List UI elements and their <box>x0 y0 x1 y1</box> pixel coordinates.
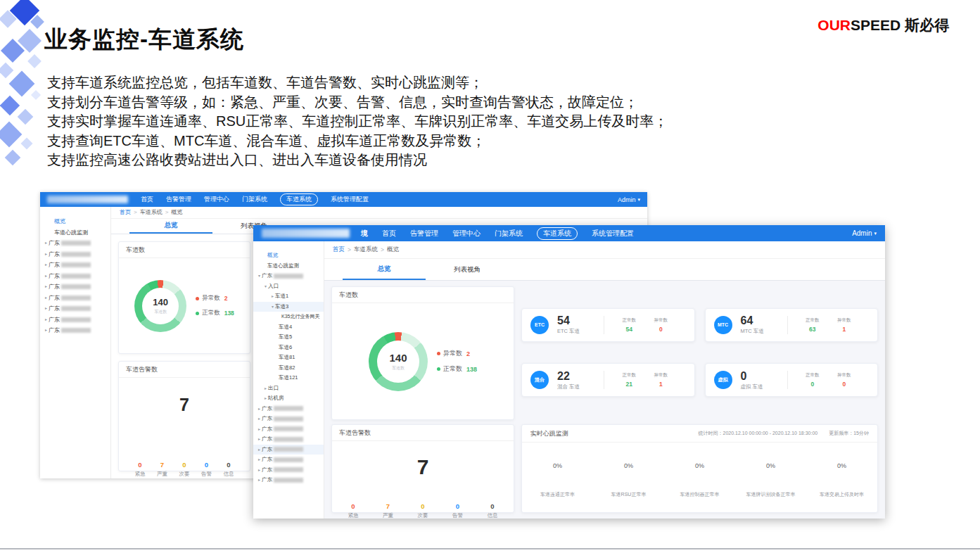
donut-total-value: 140 <box>389 352 407 364</box>
abnormal-label: 异常数 <box>837 317 851 324</box>
sidebar-item-overview[interactable]: 概览 <box>40 216 110 227</box>
blurred-region-name <box>61 284 91 289</box>
sidebar-item-region[interactable]: ▸广东 <box>253 465 324 476</box>
sidebar-item-lane6[interactable]: 车道6 <box>253 343 324 353</box>
legend-label-normal: 正常数 <box>202 309 220 317</box>
deco-diamond <box>0 63 13 79</box>
sidebar-item-heartbeat[interactable]: 车道心跳监测 <box>253 261 324 272</box>
sidebar-item-region[interactable]: ▸广东 <box>40 249 110 260</box>
region-label: 广东 <box>262 414 272 424</box>
stat-time-label: 统计时间： <box>699 431 723 436</box>
sidebar-item-region[interactable]: ▸广东 <box>40 314 110 326</box>
chevron-right-icon: ▸ <box>258 414 260 424</box>
sidebar-item-lane121[interactable]: 车道121 <box>253 373 324 383</box>
nav-item-system-config[interactable]: 系统管理配置 <box>592 229 634 239</box>
abnormal-label: 异常数 <box>837 372 851 379</box>
sidebar-item-lane3[interactable]: ▾车道3 <box>253 302 324 312</box>
deco-diamond <box>31 90 41 100</box>
metric-value: 0% <box>624 462 633 469</box>
nav-item-home[interactable]: 首页 <box>141 195 153 204</box>
alarm-level-minor: 0次要 <box>176 461 193 478</box>
breadcrumb-home[interactable]: 首页 <box>120 208 131 216</box>
etc-lane-card[interactable]: ETC 54ETC 车道 正常数54 异常数0 <box>521 308 695 342</box>
sidebar-item-region-expanded[interactable]: ▾广东 <box>253 271 324 281</box>
heartbeat-metrics-row: 0%车道连通正常率 0%车道RSU正常率 0%车道控制器正常率 0%车道牌识别设… <box>522 443 877 512</box>
nav-item-lane-system-active[interactable]: 车道系统 <box>537 227 578 240</box>
metric-label: 车道牌识别设备正常率 <box>746 491 796 498</box>
sidebar-item-station-room[interactable]: ▸站机房 <box>253 393 324 404</box>
sidebar-item-region[interactable]: ▸广东 <box>253 424 324 435</box>
page-title: 业务监控-车道系统 <box>44 24 244 56</box>
alarm-level-warning: 0告警 <box>198 461 215 478</box>
logo-accent-text: OUR <box>817 17 851 33</box>
sidebar-item-lane5[interactable]: 车道5 <box>253 332 324 343</box>
nav-item-mgmt-center[interactable]: 管理中心 <box>452 229 481 239</box>
sidebar-item-heartbeat[interactable]: 车道心跳监测 <box>40 227 110 239</box>
sidebar-item-region[interactable]: ▸广东 <box>253 475 324 485</box>
user-menu[interactable]: Admin▾ <box>618 196 640 203</box>
region-label: 广东 <box>49 271 60 282</box>
sidebar-item-region[interactable]: ▸广东 <box>40 271 110 282</box>
sidebar-item-region[interactable]: ▸广东 <box>253 445 324 455</box>
blurred-region-name <box>61 262 91 267</box>
normal-value: 0 <box>806 381 820 388</box>
mtc-lane-card[interactable]: MTC 64MTC 车道 正常数63 异常数1 <box>705 308 879 342</box>
region-label: 广东 <box>49 260 60 271</box>
virtual-lane-card[interactable]: 虚拟 0虚拟 车道 正常数0 异常数0 <box>705 363 879 397</box>
sidebar-item-region[interactable]: ▸广东 <box>40 238 110 249</box>
sidebar-item-lane1[interactable]: ▸车道1 <box>253 291 324 302</box>
lane-alarm-card: 车道告警数 7 0紧急 7严重 0次要 0告警 0信息 <box>331 424 514 513</box>
tab-overview[interactable]: 总览 <box>129 219 212 234</box>
blurred-region-name <box>61 241 91 246</box>
sidebar-item-region[interactable]: ▸广东 <box>40 260 110 271</box>
sidebar-item-region[interactable]: ▸广东 <box>40 293 110 304</box>
nav-item-mgmt-center[interactable]: 管理中心 <box>204 195 229 204</box>
alarm-total-value: 7 <box>125 395 244 415</box>
card-title: 车道告警数 <box>119 362 250 378</box>
mtc-badge-icon: MTC <box>714 316 732 334</box>
alarm-total-value: 7 <box>338 455 508 479</box>
sidebar-item-region[interactable]: ▸广东 <box>253 404 324 414</box>
breadcrumb-current: 概览 <box>171 208 182 216</box>
top-navbar: 境 首页 告警管理 管理中心 门架系统 车道系统 系统管理配置 Admin▾ <box>253 225 885 241</box>
sidebar-item-region[interactable]: ▸广东 <box>253 434 324 445</box>
sidebar-item-region[interactable]: ▸广东 <box>40 325 110 336</box>
breadcrumb-home[interactable]: 首页 <box>333 246 345 254</box>
nav-item-home[interactable]: 首页 <box>382 229 396 239</box>
nav-item-gantry-system[interactable]: 门架系统 <box>242 195 267 204</box>
breadcrumb-section[interactable]: 车道系统 <box>354 246 378 254</box>
sidebar-item-exit[interactable]: ▸出口 <box>253 383 324 394</box>
deco-diamond <box>0 96 20 115</box>
alarm-level-row: 0紧急 7严重 0次要 0告警 0信息 <box>125 461 244 478</box>
user-name: Admin <box>852 229 872 237</box>
mixed-lane-card[interactable]: 混合 22混合 车道 正常数21 异常数1 <box>521 363 695 397</box>
breadcrumb: 首页 > 车道系统 > 概览 <box>111 207 647 219</box>
alarm-level-label: 信息 <box>220 471 237 478</box>
metric-lane-connect: 0%车道连通正常率 <box>522 443 593 512</box>
nav-item-lane-system-active[interactable]: 车道系统 <box>280 193 318 205</box>
nav-item-alarm-mgmt[interactable]: 告警管理 <box>166 195 191 204</box>
breadcrumb-section[interactable]: 车道系统 <box>140 208 163 216</box>
metric-label: 车道连通正常率 <box>540 491 575 498</box>
sidebar-item-lane4[interactable]: 车道4 <box>253 322 324 333</box>
lane-count-donut-chart: 140 车道数 <box>134 280 186 332</box>
sidebar-item-overview[interactable]: 概览 <box>253 250 324 261</box>
sidebar-item-region[interactable]: ▸广东 <box>40 303 110 314</box>
tab-overview[interactable]: 总览 <box>343 259 426 280</box>
chevron-down-icon: ▾ <box>265 281 267 292</box>
sidebar-item-gateway[interactable]: K35北行业务网关 <box>253 312 324 322</box>
sidebar-item-region[interactable]: ▸广东 <box>253 455 324 465</box>
user-menu[interactable]: Admin▾ <box>852 229 877 237</box>
chevron-down-icon: ▾ <box>874 231 877 236</box>
sidebar-item-lane81[interactable]: 车道81 <box>253 352 324 363</box>
nav-item-alarm-mgmt[interactable]: 告警管理 <box>410 229 438 239</box>
sidebar-item-region[interactable]: ▸广东 <box>253 414 324 424</box>
sidebar-item-lane82[interactable]: 车道82 <box>253 363 324 374</box>
nav-item-gantry-system[interactable]: 门架系统 <box>495 229 523 239</box>
metric-label: 车道控制器正常率 <box>680 491 720 498</box>
tab-list-view[interactable]: 列表视角 <box>426 259 509 280</box>
sidebar-item-entrance[interactable]: ▾入口 <box>253 281 324 292</box>
nav-item-system-config[interactable]: 系统管理配置 <box>331 195 369 204</box>
region-label: 广东 <box>49 238 60 249</box>
sidebar-item-region[interactable]: ▸广东 <box>40 281 110 293</box>
